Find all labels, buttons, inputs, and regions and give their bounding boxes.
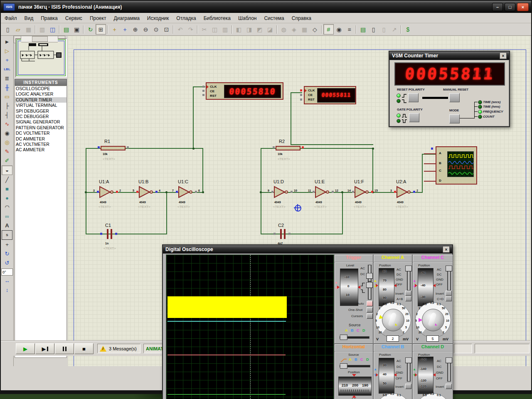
pan-icon[interactable]: + — [120, 24, 130, 34]
inverter-u1c[interactable]: U1:C 7 6 4049 <TEXT> — [171, 179, 203, 210]
minimize-button[interactable]: – — [492, 3, 503, 11]
sum-button[interactable] — [446, 296, 452, 301]
block-delete-icon[interactable]: ◪ — [265, 24, 275, 34]
print-icon[interactable]: ▤ — [61, 24, 71, 34]
coupling-thumb[interactable] — [446, 357, 452, 363]
remove-sheet-icon[interactable]: ▯ — [379, 24, 389, 34]
list-item-logic-analyser[interactable]: LOGIC ANALYSER — [15, 91, 66, 97]
rotate-cw-icon[interactable]: ↻ — [2, 249, 12, 258]
text-script-icon[interactable]: ≣ — [2, 74, 12, 83]
make-device-icon[interactable]: ◈ — [289, 24, 299, 34]
invert-button[interactable] — [446, 384, 452, 389]
message-indicator[interactable]: ! 3 Message(s) — [97, 344, 140, 353]
coupling-thumb[interactable] — [405, 357, 412, 363]
marker-icon[interactable]: + — [2, 240, 12, 249]
2d-text-icon[interactable]: A — [2, 221, 12, 230]
menu-edit[interactable]: Правка — [37, 15, 62, 22]
tape-recorder-icon[interactable]: ◉ — [2, 129, 12, 138]
wire[interactable] — [193, 86, 194, 149]
invert-button[interactable] — [405, 384, 411, 389]
arrow-down-icon[interactable]: ▼ — [335, 286, 338, 290]
inverter-u1d[interactable]: U1:D 9 10 4049 <TEXT> — [267, 179, 298, 210]
scroll-thumb[interactable] — [32, 36, 47, 42]
one-shot-button[interactable] — [367, 307, 373, 313]
coupling-thumb[interactable] — [405, 266, 412, 271]
2d-circle-icon[interactable]: ● — [2, 194, 12, 202]
menu-source[interactable]: Исходник — [143, 15, 172, 22]
wire[interactable] — [86, 234, 167, 234]
arrow-up-icon[interactable]: ▲ — [413, 367, 416, 371]
source-b[interactable]: B — [355, 357, 357, 362]
source-c[interactable]: C — [357, 328, 360, 332]
inverter-u1a[interactable]: U1:A 3 2 4049 <TEXT> — [92, 179, 124, 210]
block-rotate-icon[interactable]: ◩ — [254, 24, 265, 34]
resistor-body[interactable] — [276, 146, 300, 150]
selector-scrollbar[interactable]: ‹ › — [14, 36, 65, 42]
channel-d-gain-knob[interactable]: 0.5 0.2 0.1 — [415, 393, 450, 399]
channel-b-gain-knob[interactable]: 0.5 0.2 0.1 — [375, 393, 410, 399]
arrow-down-icon[interactable]: ▼ — [413, 373, 416, 377]
bill-of-materials-icon[interactable]: $ — [403, 24, 413, 34]
menu-graph[interactable]: Диаграмма — [110, 15, 143, 22]
coupling-thumb[interactable] — [446, 266, 452, 271]
terminal-icon[interactable]: ├ — [2, 101, 12, 110]
virtual-instrument-icon[interactable]: ◒ — [2, 165, 12, 175]
copy-icon[interactable]: ◫ — [209, 24, 220, 34]
mark-output-area-icon[interactable]: ▣ — [71, 24, 82, 34]
vsm-counter-timer-window[interactable]: VSM Counter Timer × 88888888 00055811 RE… — [389, 51, 510, 127]
2d-line-icon[interactable]: ╱ — [2, 175, 12, 184]
voltage-probe-icon[interactable]: ✎ — [2, 147, 12, 156]
inverter-u2a[interactable]: U2:A 3 2 4049 <TEXT> — [389, 179, 421, 210]
list-item-counter-timer[interactable]: COUNTER TIMER — [15, 97, 66, 103]
list-item-i2c-debugger[interactable]: I2C DEBUGGER — [15, 114, 66, 119]
flip-horizontal-icon[interactable]: ↔ — [2, 276, 12, 285]
knob-cap[interactable] — [382, 309, 404, 331]
source-a[interactable]: A — [349, 357, 352, 362]
close-button[interactable]: × — [517, 3, 529, 11]
counter-display-2[interactable]: CLK CE RST 88888888 00055811 — [298, 86, 360, 106]
export-section-icon[interactable]: ◫ — [47, 24, 58, 34]
invert-button[interactable] — [446, 291, 452, 296]
stop-button[interactable]: ■ — [74, 343, 94, 354]
pause-button[interactable] — [55, 343, 74, 354]
channel-c-gain-knob[interactable]: 0.5 0.2 0.1 1 2 5 10 20 50 20 10 5 2 — [415, 302, 450, 342]
menu-library[interactable]: Библиотека — [200, 15, 234, 22]
channel-d-position-slider[interactable]: -150 -140 -130 -120 — [418, 357, 433, 394]
list-item-ac-ammeter[interactable]: AC AMMETER — [15, 147, 66, 153]
paste-icon[interactable]: ▥ — [220, 24, 230, 34]
source-d[interactable]: D — [366, 357, 369, 362]
open-design-icon[interactable]: ▱ — [13, 24, 23, 34]
cut-icon[interactable]: ✂ — [199, 24, 209, 34]
list-item-pattern-generator[interactable]: PATTERN GENERATOR — [15, 125, 66, 131]
rotate-ccw-icon[interactable]: ↺ — [2, 259, 12, 267]
block-move-icon[interactable]: ◨ — [244, 24, 254, 34]
bus-icon[interactable]: ╫ — [2, 83, 12, 92]
manual-reset-button[interactable] — [449, 93, 460, 102]
goto-sheet-icon[interactable]: ↗ — [389, 24, 399, 34]
channel-c-position-slider[interactable]: -50 -40 -30 — [418, 268, 433, 306]
horizontal-source-thumb[interactable] — [340, 363, 347, 369]
osc-title-bar[interactable]: Digital Oscilloscope × — [163, 245, 452, 254]
list-item-dc-voltmeter[interactable]: DC VOLTMETER — [15, 131, 66, 136]
title-bar[interactable]: ISIS пачки 36кгц - ISIS Professional (Ан… — [1, 1, 531, 13]
save-design-icon[interactable]: ▦ — [23, 24, 34, 34]
arrow-up-icon[interactable]: ▲ — [374, 367, 377, 371]
horizontal-position-readout[interactable]: 210 200 190 — [338, 377, 372, 396]
list-item-dc-ammeter[interactable]: DC AMMETER — [15, 136, 66, 142]
inverter-u1e[interactable]: U1:E 11 12 4049 <TEXT> — [308, 179, 340, 210]
osc-close-icon[interactable]: × — [443, 246, 450, 253]
design-explorer-icon[interactable]: ▤ — [358, 24, 368, 34]
menu-help[interactable]: Справка — [288, 15, 315, 22]
channel-a-position-slider[interactable]: 60 70 80 90 — [379, 268, 394, 306]
scroll-track[interactable] — [21, 36, 58, 42]
source-b[interactable]: B — [351, 328, 354, 332]
arrow-up-icon[interactable]: ▲ — [413, 279, 416, 283]
new-sheet-icon[interactable]: ▯ — [368, 24, 379, 34]
search-tag-icon[interactable]: ◉ — [334, 24, 344, 34]
wire[interactable] — [166, 192, 167, 234]
menu-system[interactable]: Система — [260, 15, 288, 22]
reset-polarity-button[interactable] — [408, 93, 419, 102]
list-item-virtual-terminal[interactable]: VIRTUAL TERMINAL — [15, 103, 66, 108]
osc-screen[interactable] — [166, 254, 334, 399]
menu-design[interactable]: Проект — [86, 15, 110, 22]
